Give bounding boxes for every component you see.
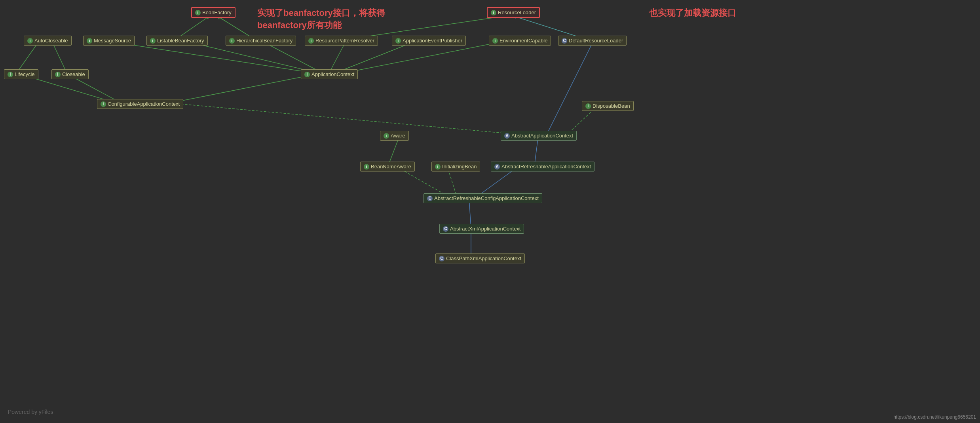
node-label: ApplicationContext: [311, 71, 354, 77]
interface-icon: i: [229, 38, 235, 44]
svg-line-16: [546, 40, 594, 135]
interface-icon: i: [395, 38, 401, 44]
node-closeable: i Closeable: [51, 69, 89, 79]
interface-icon: i: [491, 10, 496, 15]
node-label: Closeable: [62, 71, 85, 77]
abstract-icon: A: [494, 164, 500, 170]
interface-icon: i: [8, 72, 13, 77]
node-label: ApplicationEventPublisher: [403, 38, 462, 44]
node-label: InitializingBean: [442, 164, 477, 170]
node-classpathxml: C ClassPathXmlApplicationContext: [435, 253, 525, 263]
node-hierarchicalbean: i HierarchicalBeanFactory: [226, 36, 296, 46]
interface-icon: i: [27, 38, 33, 44]
interface-icon: i: [384, 133, 389, 139]
interface-icon: i: [87, 38, 92, 44]
node-abstractxmlapplication: C AbstractXmlApplicationContext: [439, 224, 524, 234]
node-label: Aware: [391, 133, 405, 139]
node-resourceloader: i ResourceLoader: [487, 7, 540, 18]
node-disposablebean: i DisposableBean: [582, 101, 634, 111]
interface-icon: i: [55, 72, 61, 77]
node-abstractrefreshable: A AbstractRefreshableApplicationContext: [491, 162, 594, 171]
node-beannameaware: i BeanNameAware: [360, 162, 415, 171]
abstract-icon: C: [427, 196, 433, 201]
node-label: HierarchicalBeanFactory: [236, 38, 292, 44]
node-defaultresourceloader: C DefaultResourceLoader: [558, 36, 627, 46]
node-label: AbstractXmlApplicationContext: [450, 226, 520, 232]
node-abstractapplicationcontext: A AbstractApplicationContext: [501, 131, 577, 141]
node-label: DefaultResourceLoader: [569, 38, 623, 44]
node-initializingbean: i InitializingBean: [431, 162, 480, 171]
diagram-container: i BeanFactory i ResourceLoader i AutoClo…: [0, 0, 980, 423]
node-label: ClassPathXmlApplicationContext: [446, 255, 521, 261]
node-aware: i Aware: [380, 131, 409, 141]
node-configurablecontext: i ConfigurableApplicationContext: [97, 99, 183, 109]
node-resourcepattern: i ResourcePatternResolver: [305, 36, 378, 46]
node-autocloseable: i AutoCloseable: [24, 36, 72, 46]
annotation-beanfactory: 实现了beanfactory接口，将获得beanfactory所有功能: [257, 7, 385, 32]
interface-icon: i: [308, 38, 314, 44]
node-label: ConfigurableApplicationContext: [108, 101, 180, 107]
annotation-resourceloader: 也实现了加载资源接口: [649, 7, 736, 19]
node-label: BeanFactory: [202, 10, 232, 15]
node-label: ResourcePatternResolver: [315, 38, 374, 44]
node-applicationevent: i ApplicationEventPublisher: [392, 36, 466, 46]
node-label: AbstractApplicationContext: [511, 133, 573, 139]
node-label: MessageSource: [94, 38, 131, 44]
interface-icon: i: [435, 164, 441, 170]
class-icon: C: [562, 38, 567, 44]
arrows-svg: [0, 0, 980, 423]
node-environmentcapable: i EnvironmentCapable: [489, 36, 551, 46]
interface-icon: i: [492, 38, 498, 44]
abstract-icon: A: [504, 133, 510, 139]
node-label: AbstractRefreshableApplicationContext: [501, 164, 591, 170]
node-beanfactory: i BeanFactory: [191, 7, 236, 18]
interface-icon: i: [364, 164, 369, 170]
node-label: AutoCloseable: [34, 38, 68, 44]
node-lifecycle: i Lifecycle: [4, 69, 38, 79]
svg-line-14: [166, 74, 317, 104]
node-label: DisposableBean: [593, 103, 630, 109]
interface-icon: i: [101, 101, 106, 107]
node-label: ResourceLoader: [498, 10, 536, 15]
class-icon: C: [439, 256, 444, 261]
interface-icon: i: [585, 103, 591, 109]
interface-icon: i: [150, 38, 156, 44]
node-label: AbstractRefreshableConfigApplicationCont…: [434, 195, 539, 201]
node-listablebean: i ListableBeanFactory: [146, 36, 208, 46]
node-label: ListableBeanFactory: [157, 38, 204, 44]
abstract-icon: C: [443, 226, 448, 232]
node-applicationcontext: i ApplicationContext: [301, 69, 358, 79]
node-label: Lifecycle: [15, 71, 35, 77]
watermark: Powered by yFiles: [8, 409, 53, 415]
node-messagesource: i MessageSource: [83, 36, 135, 46]
interface-icon: i: [304, 72, 310, 77]
node-abstractrefreshableconfig: C AbstractRefreshableConfigApplicationCo…: [424, 193, 542, 203]
node-label: EnvironmentCapable: [499, 38, 547, 44]
interface-icon: i: [195, 10, 201, 15]
svg-line-15: [178, 104, 530, 135]
url-text: https://blog.csdn.net/likunpeng6656201: [893, 414, 976, 420]
node-label: BeanNameAware: [371, 164, 411, 170]
